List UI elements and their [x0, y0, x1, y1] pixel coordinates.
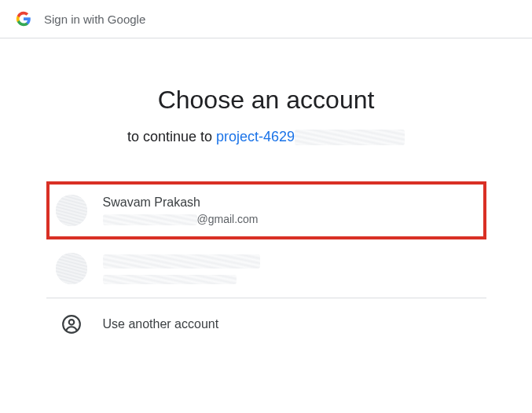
redacted-text — [103, 214, 197, 225]
google-logo-icon — [16, 11, 31, 27]
account-name — [103, 252, 477, 269]
use-another-label: Use another account — [103, 317, 219, 331]
account-info — [103, 252, 477, 285]
header: Sign in with Google — [0, 0, 532, 38]
redacted-text — [103, 275, 237, 284]
header-title: Sign in with Google — [44, 13, 145, 26]
account-name: Swavam Prakash — [103, 194, 477, 211]
email-suffix: @gmail.com — [197, 213, 259, 225]
subtitle: to continue to project-4629 — [0, 129, 532, 145]
account-item[interactable]: Swavam Prakash @gmail.com — [46, 181, 486, 239]
use-another-account[interactable]: Use another account — [46, 298, 486, 350]
account-email — [103, 270, 477, 286]
page-title: Choose an account — [0, 86, 532, 115]
redacted-text — [103, 254, 260, 269]
avatar — [56, 253, 87, 284]
main-content: Choose an account to continue to project… — [0, 38, 532, 350]
project-link[interactable]: project-4629 — [216, 129, 295, 144]
person-icon — [61, 314, 82, 334]
account-item[interactable] — [46, 239, 486, 298]
account-email: @gmail.com — [103, 212, 477, 228]
account-list: Swavam Prakash @gmail.com — [46, 181, 486, 350]
redacted-text — [295, 130, 405, 145]
svg-point-1 — [68, 320, 74, 325]
account-info: Swavam Prakash @gmail.com — [103, 194, 477, 227]
avatar — [56, 195, 87, 226]
subtitle-prefix: to continue to — [127, 129, 216, 144]
